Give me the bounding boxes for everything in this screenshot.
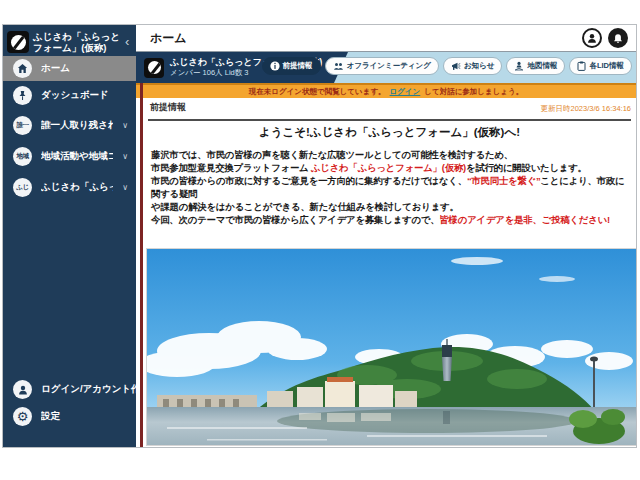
- tab-offline-meeting[interactable]: オフラインミーティング: [325, 57, 439, 75]
- notice-text: 現在未ログイン状態で閲覧しています。: [249, 87, 386, 97]
- sidebar-item-label: ダッシュボード: [41, 89, 136, 102]
- sidebar-item-home[interactable]: ホーム: [3, 56, 136, 81]
- theme-button-digital-society[interactable]: 誰一人取り残されないデジタル社会を目指すためのアイデアやご意見について: [304, 447, 549, 448]
- highlight-connect-citizens: “市民同士を繋ぐ”: [467, 175, 541, 186]
- sidebar: ふじさわ「ふらっとフォーム」(仮称) ‹ ホーム ダッシュボード 誰一 誰一人取…: [3, 25, 136, 447]
- app-window: ふじさわ「ふらっとフォーム」(仮称) ‹ ホーム ダッシュボード 誰一 誰一人取…: [2, 24, 637, 448]
- banner-tabs: 前提情報 オフラインミーティング お知らせ 地図情報 各LID情報: [262, 57, 632, 75]
- intro-paragraph: 藤沢市では、市民の皆様の声を聴く新たな広聴ツールとしての可能性を検討するため、 …: [151, 148, 632, 226]
- section-label: 前提情報: [150, 101, 541, 114]
- main-content: 前提情報 更新日時2023/3/6 16:34:16 ようこそ!ふじさわ「ふらっ…: [143, 98, 636, 447]
- theme-button-community[interactable]: 地域活動や地: [555, 447, 621, 448]
- page-title: ホーム: [150, 30, 576, 47]
- sidebar-item-login[interactable]: ログイン/アカウント作: [3, 377, 136, 402]
- login-notice-bar: 現在未ログイン状態で閲覧しています。 ログイン して対話に参加しましょう。: [136, 83, 636, 98]
- sidebar-item-label: ログイン/アカウント作: [41, 383, 136, 396]
- login-link[interactable]: ログイン: [390, 87, 421, 97]
- highlight-call-to-post: 皆様のアイデアを是非、ご投稿ください!: [439, 214, 610, 225]
- sidebar-item-label: ふじさわ「ふらっと…: [41, 181, 113, 194]
- chevron-down-icon[interactable]: ∨: [122, 183, 128, 192]
- sidebar-collapse-icon[interactable]: ‹: [125, 37, 129, 47]
- theme-badge-icon: ふじ: [13, 178, 32, 197]
- account-icon[interactable]: [582, 28, 602, 48]
- sidebar-header: ふじさわ「ふらっとフォーム」(仮称) ‹: [3, 25, 136, 59]
- sidebar-item-label: ホーム: [41, 62, 136, 75]
- tab-oshirase[interactable]: お知らせ: [443, 57, 503, 75]
- sidebar-app-title: ふじさわ「ふらっとフォーム」(仮称): [33, 31, 121, 53]
- theme-badge-icon: 誰一: [13, 116, 32, 135]
- enoshima-photo: [146, 248, 637, 446]
- clipboard-icon: [577, 61, 586, 71]
- updated-timestamp: 更新日時2023/3/6 16:34:16: [541, 104, 631, 114]
- gear-icon: ⚙: [13, 407, 32, 426]
- chevron-down-icon[interactable]: ∨: [122, 152, 128, 161]
- screen: ふじさわ「ふらっとフォーム」(仮称) ‹ ホーム ダッシュボード 誰一 誰一人取…: [0, 0, 640, 480]
- info-icon: [270, 61, 280, 71]
- megaphone-icon: [451, 62, 461, 71]
- highlight-forum-name: ふじさわ「ふらっとフォーム」(仮称): [311, 162, 466, 173]
- tab-lid-joho[interactable]: 各LID情報: [569, 57, 632, 75]
- forum-banner: ふじさわ「ふらっとフォーム」(仮称) メンバー 106人 Lid数 3 前提情報…: [136, 52, 636, 83]
- app-logo-icon: [7, 31, 29, 53]
- sidebar-item-settings[interactable]: ⚙ 設定: [3, 404, 136, 429]
- tab-chizu-joho[interactable]: 地図情報: [506, 57, 565, 75]
- theme-badge-icon: 地域: [13, 147, 32, 166]
- sidebar-item-community-theme[interactable]: 地域 地域活動や地域コミ… ∨: [3, 144, 136, 169]
- chevron-down-icon[interactable]: ∨: [122, 121, 128, 130]
- map-person-icon: [514, 61, 524, 71]
- people-icon: [333, 62, 344, 71]
- carousel-next-icon[interactable]: ›: [620, 447, 634, 448]
- notice-text: して対話に参加しましょう。: [424, 87, 523, 97]
- pushpin-icon: [13, 86, 32, 105]
- theme-carousel: 募集中のアイデア出しテーマ一覧 表示されているテーマをクリックして、 アイデアを…: [146, 447, 634, 448]
- forum-logo-icon: [144, 58, 164, 78]
- notifications-bell-icon[interactable]: [608, 28, 628, 48]
- sidebar-item-digital-theme[interactable]: 誰一 誰一人取り残されな… ∨: [3, 113, 136, 138]
- sidebar-item-dashboard[interactable]: ダッシュボード: [3, 83, 136, 108]
- sidebar-item-label: 誰一人取り残されな…: [41, 119, 113, 132]
- sidebar-item-fujisawa-theme[interactable]: ふじ ふじさわ「ふらっと… ∨: [3, 175, 136, 200]
- home-icon: [13, 59, 32, 78]
- sidebar-item-label: 地域活動や地域コミ…: [41, 150, 113, 163]
- divider: [148, 119, 631, 121]
- welcome-heading: ようこそ!ふじさわ「ふらっとフォーム」(仮称)へ!: [143, 125, 636, 140]
- person-icon: [13, 380, 32, 399]
- carousel-prev-icon[interactable]: ‹: [290, 447, 304, 448]
- tab-zentei-joho[interactable]: 前提情報: [262, 57, 321, 75]
- sidebar-item-label: 設定: [41, 410, 136, 423]
- top-header: ホーム: [136, 25, 636, 52]
